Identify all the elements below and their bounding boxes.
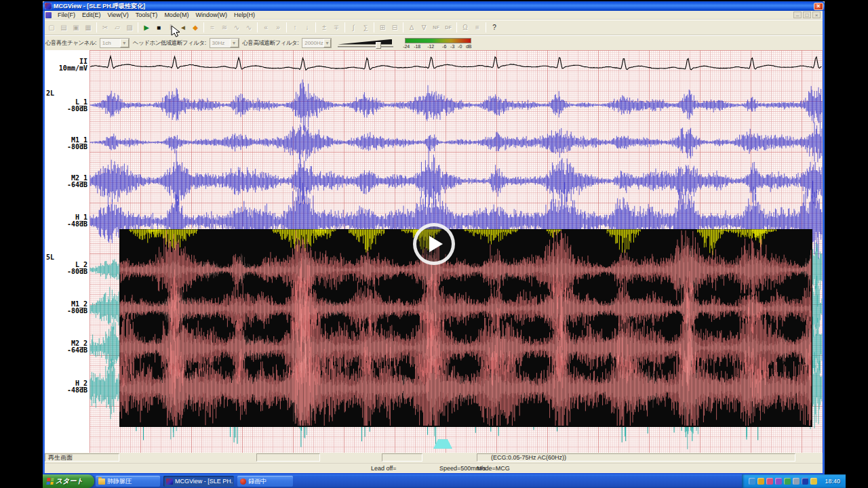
group-label-top: 2L [46,89,54,97]
measure-button[interactable]: ∆ [406,22,418,33]
new-button[interactable]: ▢ [45,22,58,33]
start-button[interactable]: スタート [43,474,94,488]
playback-position-marker[interactable] [433,439,452,449]
menu-edit[interactable]: Edit(E) [79,12,104,18]
channel-label-ecg: II 10mm/mV [43,58,87,72]
sens-down-button[interactable]: ∓ [330,22,342,33]
volume-slider[interactable] [338,38,396,49]
wave-expand-button[interactable]: ≈ [206,22,218,33]
taskbar-item-folder[interactable]: 肺静脈圧 [96,476,160,487]
db-tick: -24 [403,44,410,49]
toolbar-separator [486,22,486,33]
next-page-button[interactable]: ↓ [301,22,313,33]
forward-button[interactable]: » [272,22,284,33]
main-toolbar: ▢▤▣▦✂▱▨▶■‖◄◆≈≋∿∿«»↑↓±∓∫∑⊞⊟∆∇NFDFΩ≡? [43,20,825,35]
chevron-down-icon: ▾ [120,39,129,47]
open-button[interactable]: ▤ [58,22,70,33]
tray-antivirus-icon[interactable] [766,478,773,485]
tray-status-icon[interactable] [784,478,791,485]
menu-view[interactable]: View(V) [104,12,132,18]
save-button[interactable]: ▣ [70,22,82,33]
toolbar-separator [374,22,374,33]
mdi-minimize-button[interactable]: – [793,12,802,18]
db-tick: -6 [442,44,446,49]
gain-up-button[interactable]: ∿ [231,22,243,33]
status-lead-off: Lead off= [371,465,397,472]
audio-channel-select[interactable]: 1ch ▾ [100,38,130,48]
db-color-scale: -24-18-12-6-3-0dB [403,37,479,49]
toolbar-separator [456,22,457,33]
folder-icon [98,479,105,485]
lowcut-filter-select[interactable]: 30Hz ▾ [210,38,239,48]
chevron-down-icon: ▾ [323,39,331,47]
paste-button[interactable]: ▨ [123,22,136,33]
volume-thumb[interactable] [376,42,381,49]
status-bar-2: Lead off= Speed=500mm/s Mode=MCG [43,463,825,473]
mdi-window-controls: – □ × [793,12,823,18]
tray-app-icon[interactable] [775,478,782,485]
print-button[interactable]: ▦ [82,22,94,33]
highcut-filter-select[interactable]: 2000Hz ▾ [302,38,332,48]
windows-logo-icon [46,478,54,485]
df-button[interactable]: DF [442,22,454,33]
tray-document-icon[interactable] [810,478,817,485]
toolbar-separator [344,22,345,33]
audio-channel-label: 心音再生チャンネル: [45,39,96,47]
marker-button[interactable]: ◆ [189,22,201,33]
highcut-filter-label: 心音高域遮断フィルタ: [243,39,299,47]
list-button[interactable]: ≡ [471,22,484,33]
toolbar-separator [315,22,316,33]
group-label-bottom: 5L [46,253,54,261]
tray-update-icon[interactable] [757,478,764,485]
menu-mode[interactable]: Mode(M) [161,12,192,18]
taskbar-item-recording[interactable]: 録画中 [237,476,293,487]
play-button[interactable]: ▶ [140,22,153,33]
tray-usb-icon[interactable] [793,478,800,485]
mdi-close-button[interactable]: × [812,12,821,18]
gain-down-button[interactable]: ∿ [243,22,255,33]
prev-page-button[interactable]: ↑ [289,22,301,33]
tray-network-icon[interactable] [749,478,755,485]
filter-low-button[interactable]: ∫ [347,22,359,33]
wave-compress-button[interactable]: ≋ [218,22,231,33]
document-icon [45,12,52,18]
record-icon [240,479,246,485]
close-button[interactable]: × [814,3,823,10]
stop-button[interactable]: ■ [153,22,165,33]
title-bar[interactable]: MCGView - [SLE PH.呼吸性変化] × [43,1,825,11]
nf-button[interactable]: NF [430,22,442,33]
cut-button[interactable]: ✂ [99,22,111,33]
toolbar-separator [96,22,97,33]
grid-button[interactable]: ⊞ [376,22,389,33]
sens-up-button[interactable]: ± [318,22,330,33]
db-tick: dB [466,44,472,49]
taskbar-clock: 18:40 [825,478,840,485]
copy-button[interactable]: ▱ [111,22,123,33]
lowcut-filter-label: ヘッドホン低域遮断フィルタ: [133,39,206,47]
db-tick: -12 [427,44,434,49]
tray-messenger-icon[interactable] [802,478,808,485]
toolbar-separator [257,22,258,33]
status-panel-2 [256,453,320,462]
help-button[interactable]: ? [488,22,500,33]
status-bar: 再生画面 (ECG:0.05-75Hz AC(60Hz)) [43,453,825,463]
menu-file[interactable]: File(F) [54,12,79,18]
menu-help[interactable]: Help(H) [231,12,258,18]
mdi-restore-button[interactable]: □ [803,12,811,18]
video-play-button[interactable] [413,223,455,265]
mcgview-icon [45,3,52,9]
video-frame: MCGView - [SLE PH.呼吸性変化] × File(F) Edit(… [0,0,868,488]
tray-icon-group [749,475,819,487]
filter-high-button[interactable]: ∑ [359,22,372,33]
taskbar-item-mcgview[interactable]: MCGView - [SLE PH. [163,476,234,487]
status-panel-3 [382,453,422,462]
db-tick: -3 [450,44,454,49]
baseline-button[interactable]: ⊟ [389,22,401,33]
channel-label-l2: L_2 -80dB [43,262,87,275]
annotate-button[interactable]: ∇ [418,22,430,33]
rewind-button[interactable]: « [260,22,272,33]
menu-window[interactable]: Window(W) [192,12,231,18]
lead-button[interactable]: Ω [459,22,471,33]
menu-bar: File(F) Edit(E) View(V) Tools(T) Mode(M)… [43,11,825,20]
menu-tools[interactable]: Tools(T) [132,12,161,18]
